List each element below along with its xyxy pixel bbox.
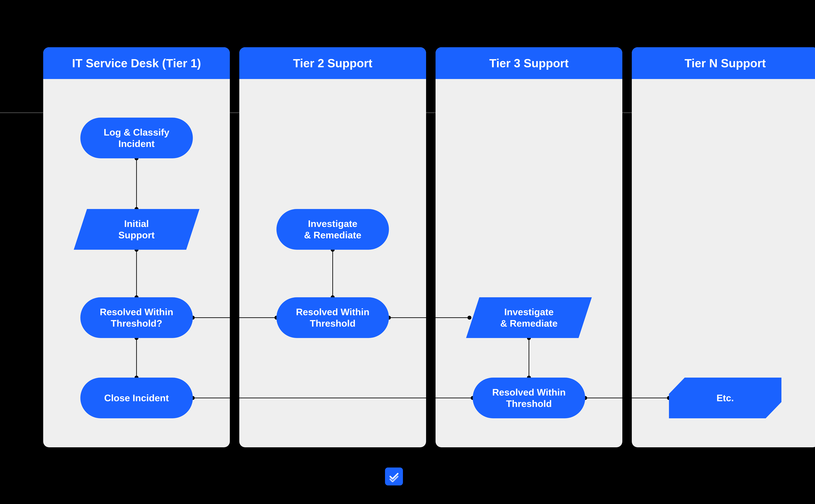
node-resolved-threshold-3: Resolved WithinThreshold — [473, 378, 585, 418]
lane-header-tier-3: Tier 3 Support — [436, 47, 622, 79]
node-label: Log & ClassifyIncident — [104, 127, 169, 149]
app-logo-icon — [385, 468, 403, 485]
node-initial-support-shape — [74, 209, 199, 250]
node-label: Investigate& Remediate — [304, 218, 361, 241]
node-investigate-remediate-3-shape — [466, 297, 592, 338]
lane-header-tier-n: Tier N Support — [632, 47, 815, 79]
node-label: Resolved WithinThreshold — [296, 306, 369, 329]
node-label: Close Incident — [104, 392, 169, 404]
node-label: Etc. — [717, 392, 734, 404]
node-resolved-threshold-q: Resolved WithinThreshold? — [80, 297, 193, 338]
node-resolved-threshold-2: Resolved WithinThreshold — [276, 297, 389, 338]
node-etc: Etc. — [669, 378, 781, 418]
node-log-classify: Log & ClassifyIncident — [80, 118, 193, 158]
lane-header-tier-2: Tier 2 Support — [239, 47, 426, 79]
node-label: Resolved WithinThreshold — [492, 387, 566, 409]
node-close-incident: Close Incident — [80, 378, 193, 418]
lane-header-tier-1: IT Service Desk (Tier 1) — [43, 47, 230, 79]
node-label: Resolved WithinThreshold? — [100, 306, 173, 329]
diagram-canvas: IT Service Desk (Tier 1) Tier 2 Support … — [0, 0, 815, 504]
node-investigate-remediate-2: Investigate& Remediate — [276, 209, 389, 250]
